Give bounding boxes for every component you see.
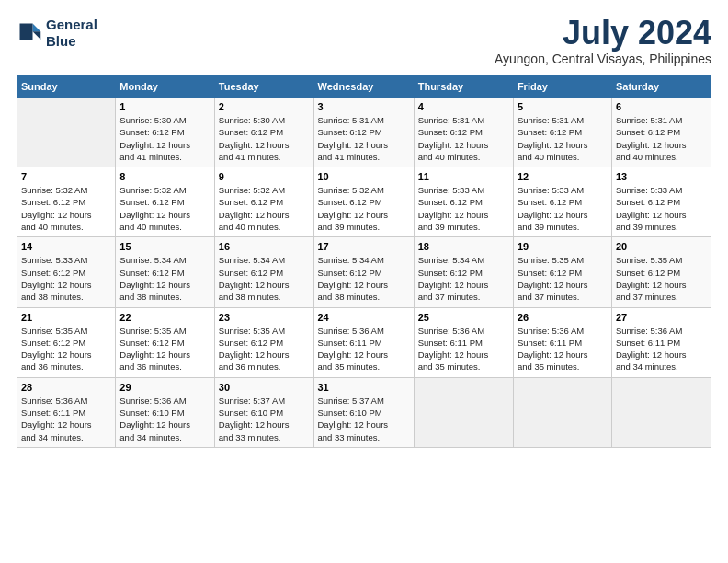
day-info: Sunrise: 5:36 AMSunset: 6:11 PMDaylight:… [418, 325, 509, 373]
header: General Blue July 2024 Ayungon, Central … [17, 17, 711, 66]
day-number: 10 [318, 171, 410, 182]
day-info: Sunrise: 5:35 AMSunset: 6:12 PMDaylight:… [518, 254, 608, 303]
calendar-cell: 13Sunrise: 5:33 AMSunset: 6:12 PMDayligh… [611, 167, 711, 237]
calendar-cell: 22Sunrise: 5:35 AMSunset: 6:12 PMDayligh… [116, 307, 214, 377]
calendar-cell: 5Sunrise: 5:31 AMSunset: 6:12 PMDaylight… [513, 98, 611, 167]
day-number: 20 [616, 241, 707, 252]
calendar-cell: 16Sunrise: 5:34 AMSunset: 6:12 PMDayligh… [214, 237, 313, 307]
calendar-cell: 28Sunrise: 5:36 AMSunset: 6:11 PMDayligh… [17, 377, 116, 447]
calendar-week-row: 7Sunrise: 5:32 AMSunset: 6:12 PMDaylight… [17, 167, 711, 237]
calendar-cell: 7Sunrise: 5:32 AMSunset: 6:12 PMDaylight… [17, 167, 116, 237]
day-number: 3 [318, 101, 410, 112]
calendar-cell [414, 377, 513, 447]
day-number: 9 [219, 171, 310, 182]
title-block: July 2024 Ayungon, Central Visayas, Phil… [495, 17, 711, 66]
day-number: 25 [418, 312, 509, 323]
calendar-cell: 27Sunrise: 5:36 AMSunset: 6:11 PMDayligh… [611, 307, 711, 377]
calendar-cell: 2Sunrise: 5:30 AMSunset: 6:12 PMDaylight… [214, 98, 313, 167]
calendar-header-cell: Tuesday [214, 76, 313, 98]
page: General Blue July 2024 Ayungon, Central … [0, 0, 728, 563]
svg-marker-0 [33, 24, 41, 32]
calendar-cell: 30Sunrise: 5:37 AMSunset: 6:10 PMDayligh… [214, 377, 313, 447]
calendar-cell: 24Sunrise: 5:36 AMSunset: 6:11 PMDayligh… [313, 307, 414, 377]
day-info: Sunrise: 5:36 AMSunset: 6:10 PMDaylight:… [119, 395, 210, 443]
calendar-cell: 18Sunrise: 5:34 AMSunset: 6:12 PMDayligh… [414, 237, 513, 307]
day-number: 8 [119, 171, 210, 182]
day-number: 12 [518, 171, 608, 182]
day-info: Sunrise: 5:31 AMSunset: 6:12 PMDaylight:… [418, 114, 509, 163]
day-info: Sunrise: 5:34 AMSunset: 6:12 PMDaylight:… [418, 254, 509, 303]
day-info: Sunrise: 5:35 AMSunset: 6:12 PMDaylight:… [21, 325, 111, 373]
calendar-cell: 4Sunrise: 5:31 AMSunset: 6:12 PMDaylight… [414, 98, 513, 167]
day-number: 26 [518, 312, 608, 323]
day-info: Sunrise: 5:30 AMSunset: 6:12 PMDaylight:… [119, 114, 210, 163]
svg-rect-2 [20, 24, 33, 40]
calendar-cell: 20Sunrise: 5:35 AMSunset: 6:12 PMDayligh… [611, 237, 711, 307]
calendar-cell: 31Sunrise: 5:37 AMSunset: 6:10 PMDayligh… [313, 377, 414, 447]
day-number: 13 [616, 171, 707, 182]
day-number: 29 [119, 382, 210, 393]
calendar-cell [611, 377, 711, 447]
calendar-cell: 25Sunrise: 5:36 AMSunset: 6:11 PMDayligh… [414, 307, 513, 377]
day-info: Sunrise: 5:30 AMSunset: 6:12 PMDaylight:… [219, 114, 310, 163]
calendar-cell: 12Sunrise: 5:33 AMSunset: 6:12 PMDayligh… [513, 167, 611, 237]
calendar-cell: 23Sunrise: 5:35 AMSunset: 6:12 PMDayligh… [214, 307, 313, 377]
day-number: 21 [21, 312, 111, 323]
day-info: Sunrise: 5:33 AMSunset: 6:12 PMDaylight:… [418, 184, 509, 233]
calendar-header-cell: Monday [116, 76, 214, 98]
calendar-header-row: SundayMondayTuesdayWednesdayThursdayFrid… [17, 76, 711, 98]
day-number: 16 [219, 241, 310, 252]
day-info: Sunrise: 5:32 AMSunset: 6:12 PMDaylight:… [318, 184, 410, 233]
calendar-cell: 26Sunrise: 5:36 AMSunset: 6:11 PMDayligh… [513, 307, 611, 377]
calendar-table: SundayMondayTuesdayWednesdayThursdayFrid… [17, 75, 711, 448]
day-info: Sunrise: 5:36 AMSunset: 6:11 PMDaylight:… [616, 325, 707, 373]
day-number: 5 [518, 101, 608, 112]
calendar-header-cell: Thursday [414, 76, 513, 98]
day-number: 1 [119, 101, 210, 112]
day-info: Sunrise: 5:36 AMSunset: 6:11 PMDaylight:… [318, 325, 410, 373]
logo: General Blue [17, 17, 97, 50]
day-info: Sunrise: 5:33 AMSunset: 6:12 PMDaylight:… [518, 184, 608, 233]
calendar-week-row: 28Sunrise: 5:36 AMSunset: 6:11 PMDayligh… [17, 377, 711, 447]
calendar-cell: 1Sunrise: 5:30 AMSunset: 6:12 PMDaylight… [116, 98, 214, 167]
calendar-cell: 19Sunrise: 5:35 AMSunset: 6:12 PMDayligh… [513, 237, 611, 307]
calendar-cell: 11Sunrise: 5:33 AMSunset: 6:12 PMDayligh… [414, 167, 513, 237]
day-info: Sunrise: 5:34 AMSunset: 6:12 PMDaylight:… [318, 254, 410, 303]
calendar-cell [17, 98, 116, 167]
logo-icon [17, 20, 42, 46]
day-info: Sunrise: 5:35 AMSunset: 6:12 PMDaylight:… [616, 254, 707, 303]
calendar-cell: 29Sunrise: 5:36 AMSunset: 6:10 PMDayligh… [116, 377, 214, 447]
day-number: 11 [418, 171, 509, 182]
calendar-header-cell: Wednesday [313, 76, 414, 98]
calendar-cell: 6Sunrise: 5:31 AMSunset: 6:12 PMDaylight… [611, 98, 711, 167]
day-info: Sunrise: 5:31 AMSunset: 6:12 PMDaylight:… [318, 114, 410, 163]
day-number: 19 [518, 241, 608, 252]
day-number: 31 [318, 382, 410, 393]
day-info: Sunrise: 5:34 AMSunset: 6:12 PMDaylight:… [119, 254, 210, 303]
day-number: 7 [21, 171, 111, 182]
day-info: Sunrise: 5:34 AMSunset: 6:12 PMDaylight:… [219, 254, 310, 303]
day-info: Sunrise: 5:32 AMSunset: 6:12 PMDaylight:… [21, 184, 111, 233]
day-number: 23 [219, 312, 310, 323]
calendar-cell: 3Sunrise: 5:31 AMSunset: 6:12 PMDaylight… [313, 98, 414, 167]
calendar-cell [513, 377, 611, 447]
day-number: 15 [119, 241, 210, 252]
logo-text: General Blue [46, 17, 97, 50]
day-info: Sunrise: 5:33 AMSunset: 6:12 PMDaylight:… [616, 184, 707, 233]
calendar-cell: 21Sunrise: 5:35 AMSunset: 6:12 PMDayligh… [17, 307, 116, 377]
day-number: 22 [119, 312, 210, 323]
calendar-header-cell: Sunday [17, 76, 116, 98]
calendar-cell: 8Sunrise: 5:32 AMSunset: 6:12 PMDaylight… [116, 167, 214, 237]
day-info: Sunrise: 5:31 AMSunset: 6:12 PMDaylight:… [518, 114, 608, 163]
day-info: Sunrise: 5:32 AMSunset: 6:12 PMDaylight:… [219, 184, 310, 233]
day-info: Sunrise: 5:32 AMSunset: 6:12 PMDaylight:… [119, 184, 210, 233]
day-info: Sunrise: 5:37 AMSunset: 6:10 PMDaylight:… [219, 395, 310, 443]
calendar-cell: 14Sunrise: 5:33 AMSunset: 6:12 PMDayligh… [17, 237, 116, 307]
day-number: 30 [219, 382, 310, 393]
day-number: 14 [21, 241, 111, 252]
day-info: Sunrise: 5:35 AMSunset: 6:12 PMDaylight:… [119, 325, 210, 373]
day-info: Sunrise: 5:35 AMSunset: 6:12 PMDaylight:… [219, 325, 310, 373]
calendar-cell: 10Sunrise: 5:32 AMSunset: 6:12 PMDayligh… [313, 167, 414, 237]
svg-marker-1 [33, 31, 41, 40]
calendar-week-row: 21Sunrise: 5:35 AMSunset: 6:12 PMDayligh… [17, 307, 711, 377]
